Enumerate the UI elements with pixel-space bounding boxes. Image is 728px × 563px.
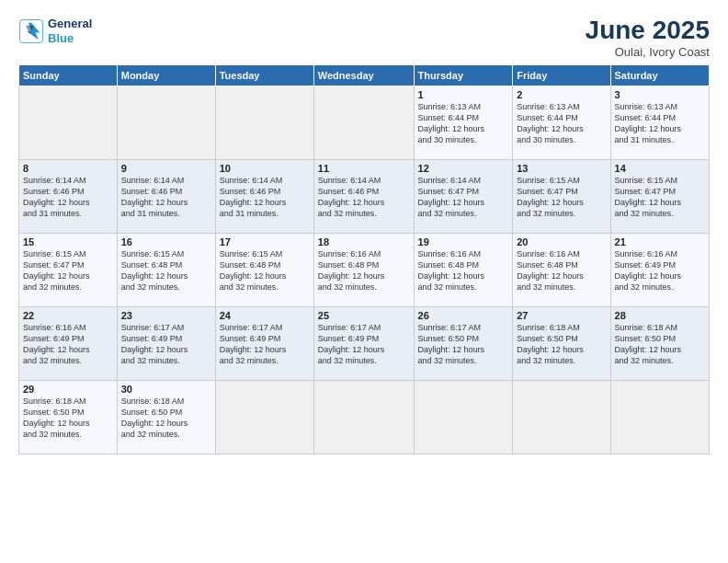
calendar-cell: 16Sunrise: 6:15 AM Sunset: 6:48 PM Dayli… — [117, 233, 215, 306]
calendar-cell: 9Sunrise: 6:14 AM Sunset: 6:46 PM Daylig… — [117, 159, 215, 233]
calendar-cell — [513, 380, 610, 454]
day-info: Sunrise: 6:18 AM Sunset: 6:50 PM Dayligh… — [121, 396, 211, 441]
day-info: Sunrise: 6:17 AM Sunset: 6:49 PM Dayligh… — [318, 322, 410, 367]
calendar-cell — [215, 86, 313, 159]
header-saturday: Saturday — [610, 64, 709, 86]
day-info: Sunrise: 6:15 AM Sunset: 6:47 PM Dayligh… — [517, 175, 606, 220]
calendar-cell — [610, 380, 709, 454]
logo-text: General Blue — [48, 17, 92, 45]
day-number: 1 — [418, 89, 509, 100]
page: General Blue June 2025 Oulai, Ivory Coas… — [0, 0, 728, 563]
day-info: Sunrise: 6:18 AM Sunset: 6:50 PM Dayligh… — [23, 396, 113, 441]
day-number: 10 — [220, 163, 310, 174]
calendar-cell: 12Sunrise: 6:14 AM Sunset: 6:47 PM Dayli… — [414, 159, 513, 233]
day-info: Sunrise: 6:16 AM Sunset: 6:49 PM Dayligh… — [23, 322, 113, 367]
header-friday: Friday — [513, 64, 610, 86]
day-number: 21 — [615, 236, 705, 247]
day-info: Sunrise: 6:17 AM Sunset: 6:49 PM Dayligh… — [220, 322, 310, 367]
calendar-cell — [313, 86, 414, 159]
day-number: 2 — [517, 89, 606, 100]
calendar-cell: 25Sunrise: 6:17 AM Sunset: 6:49 PM Dayli… — [313, 306, 414, 380]
calendar-cell — [215, 380, 313, 454]
calendar-title: June 2025 — [586, 17, 710, 45]
calendar-cell: 23Sunrise: 6:17 AM Sunset: 6:49 PM Dayli… — [117, 306, 215, 380]
calendar-cell: 28Sunrise: 6:18 AM Sunset: 6:50 PM Dayli… — [610, 306, 709, 380]
calendar-cell: 10Sunrise: 6:14 AM Sunset: 6:46 PM Dayli… — [215, 159, 313, 233]
week-row-0: 1Sunrise: 6:13 AM Sunset: 6:44 PM Daylig… — [19, 86, 710, 159]
calendar-cell — [313, 380, 414, 454]
week-row-1: 8Sunrise: 6:14 AM Sunset: 6:46 PM Daylig… — [19, 159, 710, 233]
day-info: Sunrise: 6:13 AM Sunset: 6:44 PM Dayligh… — [418, 101, 509, 146]
day-info: Sunrise: 6:15 AM Sunset: 6:48 PM Dayligh… — [121, 248, 211, 293]
day-number: 16 — [121, 236, 211, 247]
calendar-cell: 30Sunrise: 6:18 AM Sunset: 6:50 PM Dayli… — [117, 380, 215, 454]
day-number: 26 — [418, 310, 509, 321]
calendar-cell — [117, 86, 215, 159]
calendar-cell: 3Sunrise: 6:13 AM Sunset: 6:44 PM Daylig… — [610, 86, 709, 159]
calendar-cell: 11Sunrise: 6:14 AM Sunset: 6:46 PM Dayli… — [313, 159, 414, 233]
day-number: 24 — [220, 310, 310, 321]
day-number: 15 — [23, 236, 113, 247]
day-number: 19 — [418, 236, 509, 247]
calendar-cell: 2Sunrise: 6:13 AM Sunset: 6:44 PM Daylig… — [513, 86, 610, 159]
day-number: 8 — [23, 163, 113, 174]
day-info: Sunrise: 6:15 AM Sunset: 6:47 PM Dayligh… — [23, 248, 113, 293]
day-info: Sunrise: 6:14 AM Sunset: 6:47 PM Dayligh… — [418, 175, 509, 220]
week-row-3: 22Sunrise: 6:16 AM Sunset: 6:49 PM Dayli… — [19, 306, 710, 380]
header-wednesday: Wednesday — [313, 64, 414, 86]
calendar-body: 1Sunrise: 6:13 AM Sunset: 6:44 PM Daylig… — [19, 86, 710, 454]
day-info: Sunrise: 6:16 AM Sunset: 6:48 PM Dayligh… — [517, 248, 606, 293]
day-info: Sunrise: 6:15 AM Sunset: 6:48 PM Dayligh… — [220, 248, 310, 293]
week-row-4: 29Sunrise: 6:18 AM Sunset: 6:50 PM Dayli… — [19, 380, 710, 454]
day-number: 12 — [418, 163, 509, 174]
day-number: 18 — [318, 236, 410, 247]
day-info: Sunrise: 6:14 AM Sunset: 6:46 PM Dayligh… — [318, 175, 410, 220]
calendar-cell: 26Sunrise: 6:17 AM Sunset: 6:50 PM Dayli… — [414, 306, 513, 380]
calendar-cell: 18Sunrise: 6:16 AM Sunset: 6:48 PM Dayli… — [313, 233, 414, 306]
calendar-header-row: SundayMondayTuesdayWednesdayThursdayFrid… — [19, 64, 710, 86]
day-number: 20 — [517, 236, 606, 247]
calendar-cell: 27Sunrise: 6:18 AM Sunset: 6:50 PM Dayli… — [513, 306, 610, 380]
day-info: Sunrise: 6:17 AM Sunset: 6:49 PM Dayligh… — [121, 322, 211, 367]
day-info: Sunrise: 6:13 AM Sunset: 6:44 PM Dayligh… — [615, 101, 705, 146]
day-info: Sunrise: 6:14 AM Sunset: 6:46 PM Dayligh… — [23, 175, 113, 220]
day-info: Sunrise: 6:17 AM Sunset: 6:50 PM Dayligh… — [418, 322, 509, 367]
week-row-2: 15Sunrise: 6:15 AM Sunset: 6:47 PM Dayli… — [19, 233, 710, 306]
header: General Blue June 2025 Oulai, Ivory Coas… — [18, 17, 710, 59]
day-number: 13 — [517, 163, 606, 174]
day-number: 3 — [615, 89, 705, 100]
header-monday: Monday — [117, 64, 215, 86]
day-info: Sunrise: 6:14 AM Sunset: 6:46 PM Dayligh… — [121, 175, 211, 220]
header-sunday: Sunday — [19, 64, 118, 86]
day-info: Sunrise: 6:16 AM Sunset: 6:49 PM Dayligh… — [615, 248, 705, 293]
logo: General Blue — [18, 17, 92, 45]
day-number: 9 — [121, 163, 211, 174]
day-info: Sunrise: 6:18 AM Sunset: 6:50 PM Dayligh… — [615, 322, 705, 367]
calendar-cell: 29Sunrise: 6:18 AM Sunset: 6:50 PM Dayli… — [19, 380, 118, 454]
day-number: 14 — [615, 163, 705, 174]
day-number: 23 — [121, 310, 211, 321]
calendar-table: SundayMondayTuesdayWednesdayThursdayFrid… — [18, 64, 710, 454]
day-info: Sunrise: 6:13 AM Sunset: 6:44 PM Dayligh… — [517, 101, 606, 146]
day-info: Sunrise: 6:16 AM Sunset: 6:48 PM Dayligh… — [418, 248, 509, 293]
calendar-cell: 20Sunrise: 6:16 AM Sunset: 6:48 PM Dayli… — [513, 233, 610, 306]
title-block: June 2025 Oulai, Ivory Coast — [586, 17, 710, 59]
day-number: 22 — [23, 310, 113, 321]
calendar-cell: 13Sunrise: 6:15 AM Sunset: 6:47 PM Dayli… — [513, 159, 610, 233]
calendar-cell — [414, 380, 513, 454]
day-info: Sunrise: 6:14 AM Sunset: 6:46 PM Dayligh… — [220, 175, 310, 220]
logo-icon — [18, 18, 44, 44]
day-number: 25 — [318, 310, 410, 321]
calendar-subtitle: Oulai, Ivory Coast — [586, 45, 710, 59]
calendar-cell: 24Sunrise: 6:17 AM Sunset: 6:49 PM Dayli… — [215, 306, 313, 380]
day-number: 28 — [615, 310, 705, 321]
day-number: 11 — [318, 163, 410, 174]
calendar-cell: 8Sunrise: 6:14 AM Sunset: 6:46 PM Daylig… — [19, 159, 118, 233]
calendar-cell: 17Sunrise: 6:15 AM Sunset: 6:48 PM Dayli… — [215, 233, 313, 306]
header-tuesday: Tuesday — [215, 64, 313, 86]
header-thursday: Thursday — [414, 64, 513, 86]
day-info: Sunrise: 6:18 AM Sunset: 6:50 PM Dayligh… — [517, 322, 606, 367]
calendar-cell: 15Sunrise: 6:15 AM Sunset: 6:47 PM Dayli… — [19, 233, 118, 306]
day-number: 30 — [121, 384, 211, 395]
calendar-cell: 1Sunrise: 6:13 AM Sunset: 6:44 PM Daylig… — [414, 86, 513, 159]
